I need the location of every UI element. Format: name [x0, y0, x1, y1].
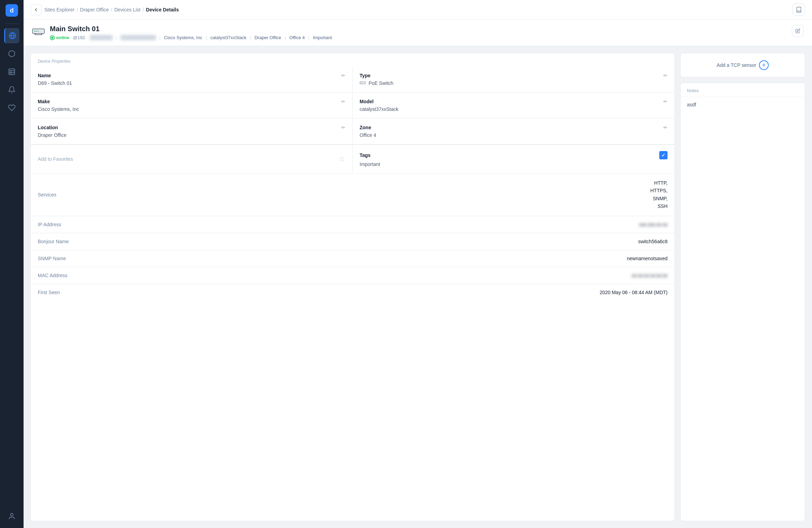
sidebar-item-sites[interactable]	[4, 28, 19, 43]
info-row-value: 2020 May 06 - 08:44 AM (MDT)	[600, 290, 668, 295]
meta-location: Draper Office	[255, 35, 281, 40]
breadcrumb-office[interactable]: Draper Office	[80, 7, 109, 12]
prop-name-edit[interactable]: ✏	[341, 73, 345, 78]
device-meta: online @192. xxx.xxx.xxx | @xxx.xxx.xxx.…	[50, 35, 332, 40]
tags-label: Tags	[360, 152, 371, 158]
sidebar-item-plugins[interactable]	[4, 100, 19, 115]
tcp-sensor-card: Add a TCP sensor +	[680, 53, 805, 77]
info-row: SNMP Namenewnamenotsaved	[31, 250, 674, 267]
prop-location-edit[interactable]: ✏	[341, 125, 345, 130]
prop-zone-cell: Zone ✏ Office 4	[353, 118, 674, 144]
edit-device-button[interactable]	[792, 25, 804, 37]
tags-header: Tags	[360, 151, 668, 159]
status-badge: online	[50, 35, 69, 40]
main-content: Sites Explorer / Draper Office / Devices…	[24, 0, 812, 528]
svg-point-11	[37, 31, 38, 32]
prop-model-header: Model ✏	[360, 99, 668, 104]
sidebar: d	[0, 0, 24, 528]
breadcrumb-current: Device Details	[146, 7, 179, 12]
device-icon	[32, 26, 45, 37]
prop-zone-edit[interactable]: ✏	[663, 125, 668, 130]
meta-sep3: |	[206, 35, 207, 40]
prop-type-cell: Type ✏ PoE Switch	[353, 67, 674, 93]
prop-type-text: PoE Switch	[369, 80, 394, 86]
right-panel: Add a TCP sensor + Notes asdf	[680, 53, 805, 521]
tags-value: Important	[360, 161, 668, 167]
info-row-value: newnamenotsaved	[627, 256, 668, 261]
prop-make-edit[interactable]: ✏	[341, 99, 345, 104]
tags-cell: Tags Important	[353, 145, 674, 173]
prop-zone-header: Zone ✏	[360, 125, 668, 130]
device-header-left: Main Switch 01 online @192. xxx.xxx.xxx …	[32, 25, 332, 40]
meta-model: catalyst37xxStack	[210, 35, 246, 40]
prop-name-header: Name ✏	[38, 73, 345, 78]
ip-secondary-blurred: @xxx.xxx.xxx.xxx	[121, 35, 156, 40]
notes-header: Notes	[681, 83, 805, 97]
breadcrumb-sep1: /	[77, 7, 78, 12]
breadcrumb: Sites Explorer / Draper Office / Devices…	[44, 7, 179, 12]
breadcrumb-sep3: /	[142, 7, 144, 12]
plus-circle-icon: +	[759, 60, 769, 70]
prop-zone-value: Office 4	[360, 132, 668, 138]
tags-checkbox[interactable]	[659, 151, 668, 159]
favorites-tags-row: Add to Favorites ☆ Tags Important	[31, 145, 674, 174]
add-tcp-button[interactable]: Add a TCP sensor +	[717, 60, 769, 70]
sidebar-divider	[5, 24, 19, 24]
info-row-label: MAC Address	[38, 273, 68, 278]
favorites-cell: Add to Favorites ☆	[31, 145, 353, 173]
prop-location-cell: Location ✏ Draper Office	[31, 118, 353, 144]
svg-point-9	[34, 31, 35, 32]
topbar: Sites Explorer / Draper Office / Devices…	[24, 0, 812, 19]
prop-type-value: PoE Switch	[360, 80, 668, 86]
device-name: Main Switch 01	[50, 25, 332, 33]
info-row-label: IP Address	[38, 222, 61, 227]
meta-sep6: |	[308, 35, 309, 40]
prop-type-header: Type ✏	[360, 73, 668, 78]
meta-zone: Office 4	[289, 35, 305, 40]
favorites-label: Add to Favorites	[38, 156, 73, 162]
svg-point-6	[10, 513, 13, 516]
meta-sep1: |	[116, 35, 117, 40]
prop-location-header: Location ✏	[38, 125, 345, 130]
ip-prefix: @192.	[73, 35, 86, 40]
back-button[interactable]	[30, 4, 42, 15]
breadcrumb-devices[interactable]: Devices List	[114, 7, 140, 12]
prop-model-edit[interactable]: ✏	[663, 99, 668, 104]
prop-model-cell: Model ✏ catalyst37xxStack	[353, 93, 674, 118]
sidebar-item-alerts[interactable]	[4, 82, 19, 97]
sidebar-item-devices[interactable]	[4, 46, 19, 61]
prop-make-header: Make ✏	[38, 99, 345, 104]
sidebar-item-lists[interactable]	[4, 64, 19, 79]
meta-sep2: |	[159, 35, 160, 40]
info-row-value: switch56a6c8	[638, 239, 668, 244]
breadcrumb-sep2: /	[111, 7, 112, 12]
svg-rect-17	[360, 82, 365, 83]
info-row: Bonjour Nameswitch56a6c8	[31, 233, 674, 250]
info-row-value: xxx.xxx.xx.xx	[639, 222, 668, 227]
prop-make-cell: Make ✏ Cisco Systems, Inc	[31, 93, 353, 118]
prop-name-value: D89 - Switch 01	[38, 80, 345, 86]
section-label-properties: Device Properties	[31, 53, 674, 67]
properties-grid: Name ✏ D89 - Switch 01 Type ✏	[31, 67, 674, 145]
prop-location-label: Location	[38, 125, 58, 130]
info-row-value: xx:xx:xx:xx:xx:xx	[632, 273, 668, 278]
device-info: Main Switch 01 online @192. xxx.xxx.xxx …	[50, 25, 332, 40]
app-logo: d	[6, 4, 18, 17]
info-row-label: Services	[38, 192, 56, 197]
notes-content[interactable]: asdf	[681, 97, 805, 521]
content-area: Device Properties Name ✏ D89 - Switch 01…	[24, 46, 812, 528]
prop-name-label: Name	[38, 73, 51, 78]
meta-sep4: |	[250, 35, 251, 40]
prop-model-value: catalyst37xxStack	[360, 106, 668, 112]
info-row-label: First Seen	[38, 290, 60, 295]
sidebar-item-profile[interactable]	[4, 509, 19, 524]
documentation-button[interactable]	[793, 3, 805, 16]
favorites-star-icon[interactable]: ☆	[338, 155, 345, 164]
prop-type-edit[interactable]: ✏	[663, 73, 668, 78]
status-label: online	[56, 35, 69, 40]
meta-vendor: Cisco Systems, Inc	[164, 35, 202, 40]
breadcrumb-sites[interactable]: Sites Explorer	[44, 7, 74, 12]
info-row-value: HTTP,HTTPS,SNMP,SSH	[650, 179, 668, 210]
svg-rect-2	[9, 69, 15, 75]
meta-sep5: |	[285, 35, 286, 40]
